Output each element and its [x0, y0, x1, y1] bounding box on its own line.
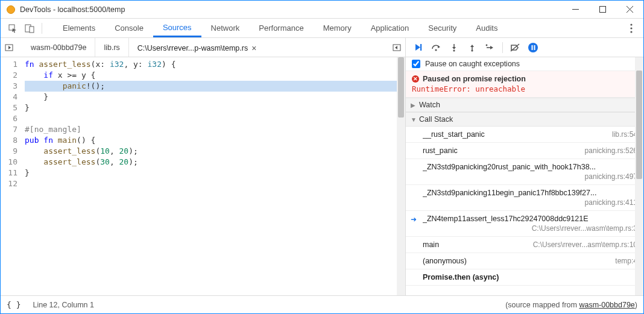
step-into-button[interactable] — [446, 39, 462, 56]
more-tabs-icon[interactable] — [388, 43, 405, 52]
pause-on-caught-label: Pause on caught exceptions — [425, 60, 520, 68]
frame-location[interactable]: C:\Users\rrever...wasm\temp.rs:3 — [423, 224, 637, 233]
line-number[interactable]: 11 — [1, 168, 17, 178]
tab-application[interactable]: Application — [361, 19, 419, 37]
code-line[interactable]: fn assert_less(x: i32, y: i32) { — [25, 59, 405, 70]
line-number[interactable]: 10 — [1, 157, 17, 168]
code-line[interactable]: } — [25, 92, 405, 102]
frame-location[interactable]: temp:4 — [615, 257, 637, 265]
cursor-position: Line 12, Column 1 — [33, 301, 93, 309]
file-tabs: wasm-00bbd79elib.rsC:\Users\rrever...p-w… — [22, 38, 388, 57]
line-number[interactable]: 12 — [1, 178, 17, 189]
callstack-frame[interactable]: _ZN3std9panicking11begin_panic17hf8bbc13… — [406, 185, 643, 211]
sidebar-scrollbar[interactable] — [635, 57, 643, 295]
frame-location[interactable]: panicking.rs:526 — [585, 146, 637, 155]
callstack-section-title: Call Stack — [419, 115, 453, 124]
pause-on-caught-row: Pause on caught exceptions — [406, 57, 643, 71]
line-number[interactable]: 6 — [1, 113, 17, 124]
frame-location[interactable]: panicking.rs:411 — [423, 198, 637, 207]
async-separator: Promise.then (async) — [406, 269, 643, 286]
paused-error-message: RuntimeError: unreachable — [412, 84, 637, 93]
show-navigator-icon[interactable] — [1, 43, 17, 52]
kebab-menu-icon[interactable] — [623, 20, 640, 37]
scrollbar-thumb[interactable] — [636, 71, 642, 179]
svg-point-8 — [630, 27, 632, 29]
window-close-button[interactable] — [616, 1, 643, 19]
line-number[interactable]: 2 — [1, 70, 17, 81]
callstack-section-header[interactable]: ▼ Call Stack — [406, 112, 643, 127]
line-number[interactable]: 1 — [1, 59, 17, 70]
code-line[interactable]: } — [25, 168, 405, 178]
frame-function: _ZN3std9panicking20rust_panic_with_hook1… — [423, 163, 637, 171]
callstack-frame[interactable]: rust_panicpanicking.rs:526 — [406, 143, 643, 159]
inspect-element-icon[interactable] — [4, 20, 21, 37]
callstack-frame[interactable]: __rust_start_paniclib.rs:54 — [406, 127, 643, 143]
code-line[interactable]: pub fn main() { — [25, 135, 405, 146]
file-tab[interactable]: C:\Users\rrever...p-wasm\temp.rs× — [129, 38, 265, 57]
frame-function: __rust_start_panic — [423, 130, 485, 139]
current-frame-marker-icon: ➜ — [411, 215, 417, 224]
resume-button[interactable] — [409, 39, 426, 56]
window-minimize-button[interactable] — [562, 1, 589, 19]
watch-section-title: Watch — [419, 101, 440, 109]
callstack-frame[interactable]: _ZN3std9panicking20rust_panic_with_hook1… — [406, 159, 643, 185]
file-tab-label: C:\Users\rrever...p-wasm\temp.rs — [137, 44, 248, 52]
step-out-button[interactable] — [464, 39, 481, 56]
line-number[interactable]: 4 — [1, 92, 17, 102]
tab-sources[interactable]: Sources — [153, 19, 201, 37]
svg-point-13 — [435, 49, 437, 51]
tab-security[interactable]: Security — [418, 19, 466, 37]
pause-on-exceptions-button[interactable] — [525, 39, 541, 56]
callstack-frame[interactable]: mainC:\Users\rrever...asm\temp.rs:10 — [406, 237, 643, 253]
frame-location[interactable]: C:\Users\rrever...asm\temp.rs:10 — [533, 240, 637, 249]
code-editor[interactable]: 123456789101112 fn assert_less(x: i32, y… — [1, 57, 406, 295]
editor-scrollbar[interactable] — [397, 57, 405, 295]
svg-rect-6 — [30, 27, 34, 33]
svg-rect-1 — [600, 7, 606, 13]
callstack-frame[interactable]: (anonymous)temp:4 — [406, 253, 643, 269]
tab-console[interactable]: Console — [105, 19, 153, 37]
source-map-info: (source mapped from wasm-00bbd79e) — [505, 301, 637, 309]
frame-function: _ZN4temp11assert_less17hc29247008ddc9121… — [423, 215, 637, 223]
tab-elements[interactable]: Elements — [53, 19, 105, 37]
deactivate-breakpoints-button[interactable] — [507, 39, 523, 56]
pause-on-caught-checkbox[interactable] — [412, 60, 420, 68]
line-number[interactable]: 7 — [1, 124, 17, 135]
frame-function: (anonymous) — [423, 257, 467, 265]
svg-rect-21 — [531, 45, 532, 50]
code-line[interactable] — [25, 178, 405, 189]
line-number[interactable]: 5 — [1, 102, 17, 113]
code-line[interactable]: assert_less(10, 20); — [25, 146, 405, 157]
source-map-link[interactable]: wasm-00bbd79e — [579, 301, 634, 309]
code-line[interactable]: if x >= y { — [25, 70, 405, 81]
pretty-print-button[interactable]: { } — [7, 300, 21, 309]
code-content[interactable]: fn assert_less(x: i32, y: i32) { if x >=… — [22, 57, 405, 295]
window-titlebar: DevTools - localhost:5000/temp — [1, 1, 643, 19]
tab-memory[interactable]: Memory — [314, 19, 361, 37]
tab-network[interactable]: Network — [201, 19, 250, 37]
step-button[interactable] — [482, 39, 499, 56]
window-maximize-button[interactable] — [589, 1, 616, 19]
scrollbar-thumb[interactable] — [398, 57, 404, 118]
code-line[interactable]: panic!(); — [25, 81, 405, 92]
code-line[interactable] — [25, 113, 405, 124]
tab-audits[interactable]: Audits — [466, 19, 507, 37]
code-line[interactable]: } — [25, 102, 405, 113]
chevron-right-icon: ▶ — [411, 102, 417, 108]
callstack-frame[interactable]: ➜_ZN4temp11assert_less17hc29247008ddc912… — [406, 211, 643, 237]
device-toolbar-icon[interactable] — [21, 20, 38, 37]
frame-location[interactable]: panicking.rs:497 — [423, 172, 637, 181]
frame-location[interactable]: lib.rs:54 — [612, 130, 637, 139]
code-line[interactable]: #[no_mangle] — [25, 124, 405, 135]
line-number[interactable]: 8 — [1, 135, 17, 146]
svg-point-7 — [630, 24, 632, 25]
step-over-button[interactable] — [428, 39, 444, 56]
code-line[interactable]: assert_less(30, 20); — [25, 157, 405, 168]
close-icon[interactable]: × — [251, 44, 256, 52]
file-tab[interactable]: wasm-00bbd79e — [22, 38, 95, 57]
tab-performance[interactable]: Performance — [249, 19, 313, 37]
line-number[interactable]: 3 — [1, 81, 17, 92]
line-number[interactable]: 9 — [1, 146, 17, 157]
watch-section-header[interactable]: ▶ Watch — [406, 98, 643, 112]
file-tab[interactable]: lib.rs — [95, 38, 128, 57]
